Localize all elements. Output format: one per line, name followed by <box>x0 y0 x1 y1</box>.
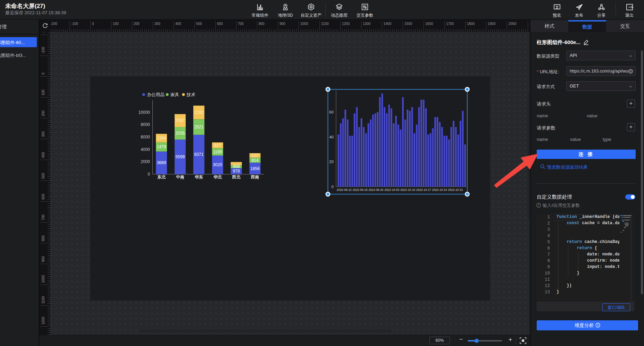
svg-text:2000: 2000 <box>141 159 150 164</box>
svg-text:1856: 1856 <box>250 166 260 171</box>
svg-text:西南: 西南 <box>251 175 259 179</box>
svg-text:技术: 技术 <box>186 92 196 97</box>
svg-text:40: 40 <box>329 135 334 139</box>
svg-text:西北: 西北 <box>232 175 241 179</box>
svg-text:华北: 华北 <box>213 175 222 179</box>
svg-text:2022-09-19: 2022-09-19 <box>353 188 368 192</box>
svg-text:10000: 10000 <box>139 110 150 115</box>
svg-text:5599: 5599 <box>176 154 185 159</box>
svg-text:2022-10-10: 2022-10-10 <box>400 188 415 192</box>
svg-text:2022-09-12: 2022-09-12 <box>337 188 352 192</box>
svg-text:4000: 4000 <box>141 147 150 152</box>
svg-text:727: 727 <box>251 153 258 158</box>
svg-text:2035: 2035 <box>176 131 185 136</box>
svg-text:2087: 2087 <box>176 118 185 123</box>
svg-text:6371: 6371 <box>194 152 203 157</box>
svg-text:927: 927 <box>214 143 221 147</box>
svg-text:814: 814 <box>251 158 258 162</box>
svg-text:1199: 1199 <box>213 149 222 154</box>
svg-text:2022-09-26: 2022-09-26 <box>368 188 383 192</box>
svg-text:家具: 家具 <box>170 92 179 97</box>
svg-text:1479: 1479 <box>157 144 166 149</box>
svg-text:3020: 3020 <box>213 162 222 167</box>
svg-text:2022-10-24: 2022-10-24 <box>432 188 447 192</box>
svg-text:8000: 8000 <box>141 122 150 127</box>
svg-text:办公用品: 办公用品 <box>147 92 165 97</box>
svg-text:3669: 3669 <box>157 160 166 165</box>
svg-text:2022-10-17: 2022-10-17 <box>416 188 431 192</box>
svg-text:2022-10-31: 2022-10-31 <box>448 188 463 192</box>
svg-text:中南: 中南 <box>176 175 184 179</box>
svg-text:20: 20 <box>329 160 334 164</box>
svg-text:60: 60 <box>329 110 334 114</box>
svg-text:东北: 东北 <box>157 175 166 179</box>
svg-text:2022-10-03: 2022-10-03 <box>384 188 399 192</box>
svg-text:468: 468 <box>233 164 240 169</box>
svg-text:2192: 2192 <box>194 110 203 115</box>
svg-text:1384: 1384 <box>157 135 166 140</box>
svg-text:0: 0 <box>148 172 150 177</box>
svg-text:华东: 华东 <box>194 175 203 179</box>
svg-text:2521: 2521 <box>194 125 203 129</box>
svg-text:0: 0 <box>332 184 334 188</box>
svg-text:6000: 6000 <box>141 135 150 140</box>
svg-text:978: 978 <box>233 169 240 174</box>
